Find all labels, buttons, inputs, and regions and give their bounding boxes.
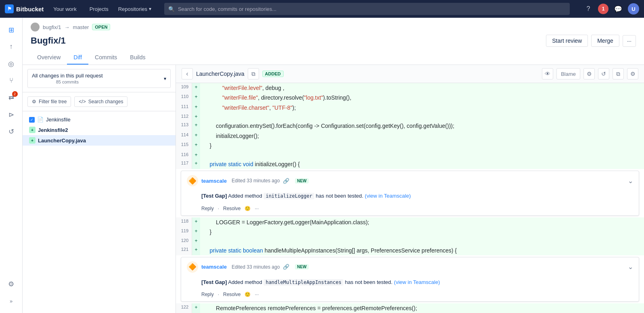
- comment-teamscale-link[interactable]: (view in Teamscale): [365, 193, 411, 199]
- file-icon: 📄: [37, 117, 44, 123]
- pr-status-badge: OPEN: [92, 24, 110, 30]
- comment-test-gap: [Test Gap]: [201, 279, 227, 285]
- code-line: 121 + private static boolean handleMulti…: [176, 246, 644, 255]
- sidebar-collapse-icon[interactable]: »: [4, 294, 19, 308]
- comment-block: 🔶 teamscale Edited 33 minutes ago 🔗 NEW …: [181, 257, 639, 302]
- code-line: 117 + private static void initializeLogg…: [176, 159, 644, 169]
- page-title: Bugfix/1: [31, 35, 66, 46]
- comment-block: 🔶 teamscale Edited 33 minutes ago 🔗 NEW …: [181, 171, 639, 216]
- reply-button[interactable]: Reply: [201, 206, 214, 211]
- file-added-icon: +: [29, 127, 36, 133]
- code-line: 113 + configuration.entrySet().forEach(c…: [176, 121, 644, 131]
- nav-projects[interactable]: Projects: [86, 4, 112, 14]
- code-line: 116 +: [176, 151, 644, 159]
- tab-overview[interactable]: Overview: [31, 51, 67, 65]
- tab-diff[interactable]: Diff: [67, 51, 88, 65]
- filter-file-tree-button[interactable]: ⚙ Filter file tree: [27, 96, 71, 107]
- pr-header: bugfix/1 → master OPEN Bugfix/1 Start re…: [23, 18, 644, 65]
- sidebar-item-commits[interactable]: ◎: [4, 56, 19, 71]
- nav-right-actions: ? 1 💬 U: [583, 3, 639, 15]
- code-line: 122 + RemotePreferences remotePreference…: [176, 303, 644, 313]
- comment-teamscale-link[interactable]: (view in Teamscale): [394, 279, 440, 285]
- refresh-button[interactable]: ↺: [598, 68, 609, 79]
- resolve-button[interactable]: Resolve: [223, 292, 240, 297]
- sidebar-item-pullrequests[interactable]: ⇄ 2: [4, 90, 19, 105]
- list-item[interactable]: ✓ 📄 Jenkinsfile: [23, 115, 176, 125]
- emoji-button[interactable]: 🙂: [245, 292, 251, 297]
- code-line: 120 +: [176, 237, 644, 245]
- comment-collapse-button[interactable]: ⌄: [628, 177, 633, 185]
- comment-author: 🔶 teamscale Edited 33 minutes ago 🔗 NEW: [187, 261, 309, 273]
- avatar: [31, 23, 40, 31]
- sidebar-item-branches[interactable]: ⑂: [4, 73, 19, 88]
- chevron-down-icon: ▾: [149, 6, 151, 12]
- list-item[interactable]: + LauncherCopy.java: [23, 135, 176, 146]
- notification-button[interactable]: 1: [598, 4, 608, 14]
- sidebar-item-deployments[interactable]: ↺: [4, 124, 19, 139]
- pr-actions: Start review Merge ···: [546, 35, 636, 47]
- emoji-button[interactable]: 🙂: [245, 206, 251, 211]
- sidebar-item-pipelines[interactable]: ⊳: [4, 107, 19, 122]
- teamscale-icon: 🔶: [187, 175, 198, 186]
- nav-repositories[interactable]: Repositories ▾: [118, 6, 151, 12]
- left-sidebar: ⊞ ↑ ◎ ⑂ ⇄ 2 ⊳ ↺ ⚙ »: [0, 18, 23, 313]
- reply-button[interactable]: Reply: [201, 292, 214, 297]
- branch-to: master: [73, 24, 89, 30]
- file-name: Jenkinsfile2: [38, 127, 68, 133]
- notification-count: 1: [602, 6, 605, 12]
- tab-builds[interactable]: Builds: [123, 51, 152, 65]
- file-tree-toolbar: ⚙ Filter file tree </> Search changes: [23, 92, 176, 111]
- resolve-button[interactable]: Resolve: [223, 206, 240, 211]
- comment-timestamp: Edited 33 minutes ago: [232, 178, 280, 184]
- comment-link-icon: 🔗: [283, 264, 289, 270]
- blame-button[interactable]: Blame: [556, 68, 580, 79]
- comment-test-gap: [Test Gap]: [201, 193, 227, 199]
- sidebar-item-settings[interactable]: ⚙: [4, 277, 19, 291]
- app-body: ⊞ ↑ ◎ ⑂ ⇄ 2 ⊳ ↺ ⚙ » bugfix/1 → master OP…: [0, 18, 644, 313]
- diff-file-header: ‹ LauncherCopy.java ⧉ ADDED 👁 Blame ⚙ ↺ …: [176, 65, 644, 83]
- diff-filename: LauncherCopy.java: [196, 71, 245, 77]
- collapse-diff-button[interactable]: ‹: [182, 68, 193, 79]
- file-list: ✓ 📄 Jenkinsfile + Jenkinsfile2 + Launche…: [23, 111, 176, 313]
- more-options-button[interactable]: ···: [623, 35, 636, 47]
- diff-status-badge: ADDED: [262, 71, 284, 77]
- changes-dropdown[interactable]: All changes in this pull request 85 comm…: [27, 69, 171, 88]
- settings-icon[interactable]: ⚙: [583, 68, 595, 79]
- more-comment-button[interactable]: ···: [255, 292, 259, 297]
- code-line: 112 +: [176, 113, 644, 121]
- changes-dropdown-label: All changes in this pull request: [32, 73, 103, 79]
- nav-your-work[interactable]: Your work: [50, 4, 79, 14]
- file-checkbox[interactable]: ✓: [29, 117, 35, 123]
- help-icon[interactable]: ?: [583, 3, 594, 15]
- file-tree-header: All changes in this pull request 85 comm…: [23, 65, 176, 92]
- comment-new-badge: NEW: [295, 264, 308, 269]
- tab-commits[interactable]: Commits: [88, 51, 123, 65]
- sidebar-item-source[interactable]: ↑: [4, 40, 19, 54]
- filter-icon: ⚙: [32, 99, 36, 104]
- code-line: 115 + }: [176, 141, 644, 150]
- code-line: 109 + "writerFile.level", debug ,: [176, 83, 644, 93]
- commits-count: 85 commits: [32, 79, 103, 84]
- search-placeholder: Search for code, commits or repositories…: [178, 6, 276, 12]
- copy-button[interactable]: ⧉: [613, 68, 624, 79]
- more-comment-button[interactable]: ···: [255, 206, 259, 211]
- content-area: All changes in this pull request 85 comm…: [23, 65, 644, 313]
- search-changes-button[interactable]: </> Search changes: [74, 96, 128, 107]
- comment-collapse-button[interactable]: ⌄: [628, 263, 633, 271]
- list-item[interactable]: + Jenkinsfile2: [23, 125, 176, 135]
- chat-icon[interactable]: 💬: [613, 3, 624, 15]
- copy-filename-button[interactable]: ⧉: [248, 68, 259, 79]
- start-review-button[interactable]: Start review: [546, 35, 588, 47]
- diff-file-header-left: ‹ LauncherCopy.java ⧉ ADDED: [182, 68, 284, 79]
- logo-text: Bitbucket: [16, 6, 44, 13]
- global-search-bar[interactable]: 🔍 Search for code, commits or repositori…: [164, 3, 570, 15]
- sidebar-item-home[interactable]: ⊞: [4, 23, 19, 37]
- teamscale-icon: 🔶: [187, 261, 198, 273]
- diff-header-actions: 👁 Blame ⚙ ↺ ⧉ ⚙: [542, 68, 638, 79]
- user-avatar[interactable]: U: [628, 3, 639, 15]
- more-diff-button[interactable]: ⚙: [627, 68, 638, 79]
- view-toggle-button[interactable]: 👁: [542, 68, 553, 79]
- logo[interactable]: ⚑ Bitbucket: [5, 4, 44, 13]
- merge-button[interactable]: Merge: [591, 35, 619, 47]
- comment-author: 🔶 teamscale Edited 33 minutes ago 🔗 NEW: [187, 175, 309, 186]
